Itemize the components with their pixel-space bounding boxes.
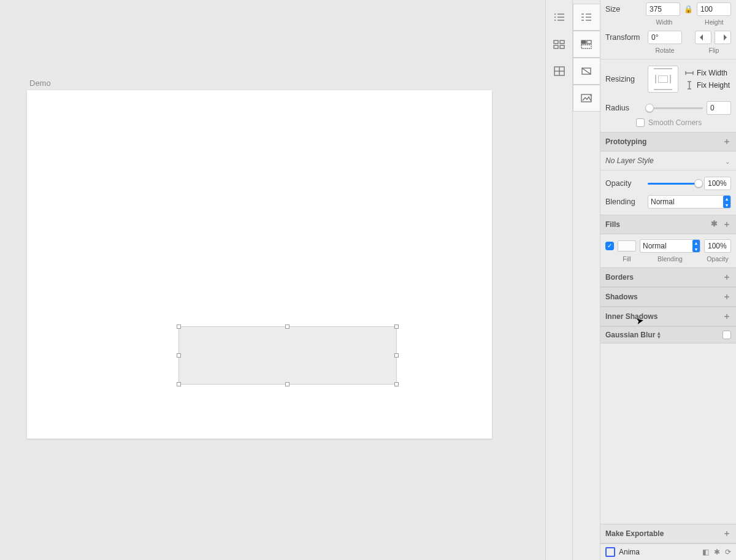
svg-rect-21 bbox=[581, 45, 591, 48]
resizing-label: Resizing bbox=[605, 75, 644, 83]
anima-gear-icon[interactable]: ✱ bbox=[714, 548, 720, 556]
prototyping-header[interactable]: Prototyping ＋ bbox=[600, 132, 736, 152]
resize-handle-tr[interactable] bbox=[394, 324, 399, 329]
inspector-panel: Size 🔒 Width Height Transform Rotate Fli… bbox=[600, 0, 736, 560]
resize-handle-tl[interactable] bbox=[177, 324, 181, 329]
fill-opacity-input[interactable] bbox=[704, 239, 731, 253]
blending-label: Blending bbox=[605, 198, 644, 206]
fills-header: Fills ✱ ＋ bbox=[600, 215, 736, 234]
rotate-sublabel: Rotate bbox=[648, 47, 682, 54]
tab-image-icon[interactable]: + bbox=[573, 85, 600, 112]
add-fill-icon[interactable]: ＋ bbox=[723, 219, 731, 230]
svg-rect-9 bbox=[560, 45, 564, 48]
svg-rect-6 bbox=[554, 40, 558, 44]
resize-handle-bl[interactable] bbox=[177, 382, 181, 386]
anima-icon bbox=[605, 547, 615, 557]
opacity-slider[interactable] bbox=[648, 183, 700, 185]
fill-blending-sublabel: Blending bbox=[640, 255, 700, 263]
lock-icon[interactable]: 🔒 bbox=[684, 5, 693, 13]
fill-enable-checkbox[interactable] bbox=[605, 242, 614, 250]
tab-properties-icon[interactable] bbox=[573, 4, 600, 31]
opacity-input[interactable] bbox=[704, 177, 731, 190]
inspector-tab-column bbox=[545, 0, 573, 560]
fill-sublabel: Fill bbox=[618, 255, 636, 263]
smooth-corners-label: Smooth Corners bbox=[648, 118, 702, 127]
borders-header: Borders ＋ bbox=[600, 267, 736, 287]
selected-rectangle[interactable] bbox=[178, 326, 397, 385]
blur-stepper-icon[interactable]: ▴▾ bbox=[657, 331, 661, 339]
fill-color-swatch[interactable] bbox=[618, 240, 636, 251]
fix-width-icon bbox=[684, 70, 694, 76]
fill-blending-select[interactable]: Normal bbox=[640, 239, 700, 253]
anima-plugin-row[interactable]: Anima ◧ ✱ ⟳ bbox=[600, 543, 736, 560]
flip-sublabel: Flip bbox=[697, 47, 731, 54]
resize-handle-br[interactable] bbox=[394, 382, 399, 386]
exportable-header: Make Exportable ＋ bbox=[600, 524, 736, 543]
width-input[interactable] bbox=[646, 2, 680, 16]
tab-grid-icon[interactable] bbox=[545, 31, 573, 58]
svg-rect-8 bbox=[554, 45, 558, 48]
opacity-label: Opacity bbox=[605, 179, 644, 188]
svg-text:+: + bbox=[589, 93, 592, 98]
resizing-constraints[interactable] bbox=[648, 66, 678, 93]
resize-handle-bm[interactable] bbox=[285, 382, 289, 386]
fix-width-label[interactable]: Fix Width bbox=[697, 69, 727, 77]
add-border-icon[interactable]: ＋ bbox=[723, 272, 731, 283]
chevron-down-icon: ⌄ bbox=[725, 158, 730, 165]
flip-vertical-icon[interactable] bbox=[715, 31, 731, 44]
height-sublabel: Height bbox=[697, 18, 731, 26]
artboard[interactable] bbox=[27, 90, 492, 439]
rotate-input[interactable] bbox=[648, 31, 682, 44]
svg-rect-20 bbox=[587, 40, 591, 44]
add-prototyping-icon[interactable]: ＋ bbox=[723, 136, 731, 147]
blending-select[interactable]: Normal bbox=[648, 195, 731, 209]
width-sublabel: Width bbox=[647, 18, 681, 26]
tab-list-view-icon[interactable] bbox=[545, 4, 573, 31]
resize-handle-ml[interactable] bbox=[177, 353, 181, 358]
fill-opacity-sublabel: Opacity bbox=[704, 255, 731, 263]
radius-label: Radius bbox=[605, 104, 644, 112]
add-inner-shadow-icon[interactable]: ＋ bbox=[723, 311, 731, 322]
tab-transform-icon[interactable] bbox=[573, 58, 600, 85]
tab-selection-icon[interactable] bbox=[573, 31, 600, 58]
anima-refresh-icon[interactable]: ⟳ bbox=[725, 548, 731, 556]
smooth-corners-checkbox[interactable] bbox=[636, 118, 645, 127]
resize-handle-tm[interactable] bbox=[285, 324, 289, 329]
anima-panel-icon[interactable]: ◧ bbox=[702, 548, 709, 556]
artboard-label[interactable]: Demo bbox=[29, 79, 51, 88]
svg-rect-19 bbox=[581, 40, 586, 44]
svg-rect-7 bbox=[560, 40, 564, 44]
fix-height-label[interactable]: Fix Height bbox=[697, 81, 730, 90]
fill-blending-stepper-icon[interactable]: ▲▼ bbox=[692, 240, 700, 252]
fills-settings-icon[interactable]: ✱ bbox=[711, 219, 718, 230]
add-export-icon[interactable]: ＋ bbox=[723, 528, 731, 539]
gaussian-blur-header: Gaussian Blur ▴▾ bbox=[600, 326, 736, 343]
canvas-area[interactable]: Demo bbox=[0, 0, 545, 560]
transform-label: Transform bbox=[605, 33, 644, 42]
fix-height-icon bbox=[684, 81, 694, 90]
resize-handle-mr[interactable] bbox=[394, 353, 399, 358]
radius-input[interactable] bbox=[707, 101, 731, 115]
add-shadow-icon[interactable]: ＋ bbox=[723, 291, 731, 302]
height-input[interactable] bbox=[697, 2, 731, 16]
gaussian-enable-checkbox[interactable] bbox=[723, 331, 731, 339]
layer-style-dropdown[interactable]: No Layer Style ⌄ bbox=[600, 152, 736, 171]
radius-slider[interactable] bbox=[648, 107, 703, 109]
inner-shadows-header: Inner Shadows ＋ bbox=[600, 307, 736, 326]
blending-stepper-icon[interactable]: ▲▼ bbox=[723, 196, 730, 208]
shadows-header: Shadows ＋ bbox=[600, 287, 736, 307]
flip-horizontal-icon[interactable] bbox=[695, 31, 711, 44]
anima-label: Anima bbox=[619, 548, 640, 556]
inspector-tab-column-2: + bbox=[573, 0, 600, 560]
tab-grid-lines-icon[interactable] bbox=[545, 58, 573, 85]
size-label: Size bbox=[605, 5, 642, 13]
